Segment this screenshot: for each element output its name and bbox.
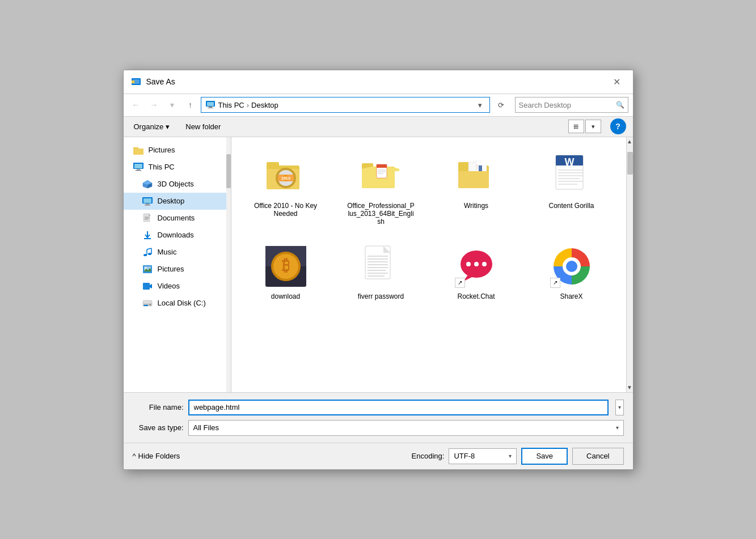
svg-rect-55 [377, 164, 387, 168]
up-button[interactable]: ↑ [183, 97, 198, 113]
svg-point-102 [566, 261, 577, 272]
footer: ^ Hide Folders Encoding: UTF-8 ▾ Save Ca… [124, 443, 633, 469]
svg-rect-19 [145, 205, 150, 206]
sidebar-item-3d-objects[interactable]: 3D Objects [124, 176, 231, 193]
right-scrollbar[interactable]: ▲ ▼ [626, 137, 633, 392]
path-current: Desktop [251, 101, 278, 109]
file-item-download[interactable]: ₿ download [243, 239, 329, 305]
sidebar-icon-downloads [142, 230, 153, 241]
sidebar-item-this-pc[interactable]: This PC [124, 159, 231, 176]
scrollbar-up-button[interactable]: ▲ [627, 137, 633, 146]
scrollbar-track[interactable] [627, 146, 633, 383]
file-item-writings[interactable]: Writings [433, 148, 520, 230]
address-bar[interactable]: This PC › Desktop ▾ [201, 97, 490, 113]
svg-rect-41 [143, 305, 148, 306]
file-item-content-gorilla[interactable]: W Content Gorilla [529, 148, 615, 230]
file-item-sharex[interactable]: ↗ ShareX [529, 239, 615, 305]
savetype-label: Save as type: [133, 423, 184, 432]
sidebar-icon-music [142, 247, 153, 258]
title-bar: Save As ✕ [124, 70, 633, 94]
sidebar-item-videos[interactable]: Videos [124, 278, 231, 295]
close-button[interactable]: ✕ [608, 75, 626, 88]
svg-rect-12 [136, 170, 141, 171]
file-item-rocket-chat[interactable]: ↗ Rocket.Chat [433, 239, 520, 305]
encoding-dropdown[interactable]: UTF-8 ▾ [449, 448, 517, 464]
view-dropdown-button[interactable]: ▾ [585, 120, 601, 133]
cancel-button[interactable]: Cancel [572, 448, 623, 465]
sidebar-icon-pictures-fav [133, 145, 144, 156]
new-folder-button[interactable]: New folder [182, 121, 224, 132]
sidebar-item-pictures-fav[interactable]: Pictures [124, 142, 231, 159]
encoding-value: UTF-8 [454, 452, 475, 460]
file-label-office2013: Office_Professional_Plus_2013_64Bit_Engl… [347, 202, 415, 226]
sidebar-icon-3d-objects [142, 179, 153, 190]
sidebar-icon-documents [142, 213, 153, 224]
savetype-value: All Files [193, 423, 219, 432]
file-item-office2010[interactable]: 2010 Office 2010 - No Key Needed [243, 148, 329, 230]
svg-rect-2 [132, 80, 134, 83]
svg-rect-68 [458, 171, 489, 188]
svg-rect-6 [208, 108, 213, 108]
sidebar-label-downloads: Downloads [158, 231, 194, 239]
save-as-dialog: Save As ✕ ← → ▾ ↑ This PC › Desktop ▾ ⟳ … [123, 70, 633, 470]
path-separator: › [247, 101, 249, 109]
filename-input-wrapper [188, 400, 609, 415]
sidebar-icon-this-pc [133, 162, 144, 173]
sidebar-item-pictures[interactable]: Pictures [124, 261, 231, 278]
file-grid-container: 2010 Office 2010 - No Key Needed [231, 137, 626, 392]
filename-input[interactable] [188, 400, 609, 415]
file-icon-office2013 [358, 153, 404, 198]
dropdown-nav-button[interactable]: ▾ [164, 97, 180, 113]
sidebar-item-music[interactable]: Music [124, 244, 231, 261]
svg-point-100 [482, 262, 487, 266]
organize-button[interactable]: Organize ▾ [130, 121, 174, 132]
sidebar-label-music: Music [158, 248, 177, 256]
file-item-fiverr[interactable]: fiverr password [338, 239, 424, 305]
sidebar-icon-pictures [142, 264, 153, 275]
encoding-label: Encoding: [412, 452, 445, 460]
savetype-dropdown[interactable]: All Files ▾ [188, 420, 624, 436]
savetype-row: Save as type: All Files ▾ [133, 420, 624, 436]
sidebar-item-downloads[interactable]: Downloads [124, 227, 231, 244]
shortcut-badge-sharex: ↗ [550, 278, 560, 288]
hide-folders-arrow: ^ [133, 452, 136, 460]
sidebar-label-this-pc: This PC [149, 163, 175, 171]
file-item-office2013[interactable]: Office_Professional_Plus_2013_64Bit_Engl… [338, 148, 424, 230]
filename-dropdown-arrow[interactable]: ▾ [615, 400, 624, 415]
file-icon-download: ₿ [263, 244, 309, 289]
hide-folders-button[interactable]: ^ Hide Folders [133, 452, 180, 460]
svg-rect-43 [267, 162, 279, 168]
save-button[interactable]: Save [521, 448, 568, 465]
view-icon-button[interactable]: ⊞ [568, 120, 584, 133]
sidebar-scrollbar[interactable] [226, 137, 231, 392]
svg-rect-8 [133, 148, 143, 155]
svg-point-27 [143, 254, 147, 256]
hide-folders-label: Hide Folders [138, 452, 180, 460]
sidebar-item-documents[interactable]: Documents [124, 210, 231, 227]
scrollbar-down-button[interactable]: ▼ [627, 383, 633, 392]
svg-text:2010: 2010 [281, 176, 290, 180]
file-label-sharex: ShareX [560, 292, 582, 300]
file-label-writings: Writings [464, 202, 488, 210]
sidebar-label-pictures: Pictures [158, 265, 184, 273]
back-button[interactable]: ← [128, 97, 144, 113]
refresh-button[interactable]: ⟳ [495, 98, 508, 112]
sidebar-item-local-disk[interactable]: Local Disk (C:) [124, 295, 231, 312]
dialog-icon [130, 76, 142, 87]
shortcut-badge-rocket: ↗ [455, 278, 465, 288]
sidebar-item-desktop[interactable]: Desktop [124, 193, 231, 210]
new-folder-label: New folder [185, 122, 221, 131]
sidebar-label-desktop: Desktop [158, 197, 185, 205]
nav-bar: ← → ▾ ↑ This PC › Desktop ▾ ⟳ 🔍 [124, 94, 633, 117]
file-label-office2010: Office 2010 - No Key Needed [252, 202, 320, 218]
help-button[interactable]: ? [610, 118, 626, 134]
sidebar-label-pictures-fav: Pictures [149, 146, 175, 154]
address-dropdown-arrow[interactable]: ▾ [475, 99, 486, 111]
sidebar: Pictures This PC [124, 137, 231, 392]
svg-rect-11 [137, 169, 140, 170]
search-input[interactable] [519, 101, 616, 109]
svg-text:₿: ₿ [282, 257, 290, 274]
bottom-section: File name: ▾ Save as type: All Files ▾ [124, 392, 633, 443]
forward-button[interactable]: → [146, 97, 162, 113]
encoding-dropdown-arrow: ▾ [509, 453, 512, 459]
